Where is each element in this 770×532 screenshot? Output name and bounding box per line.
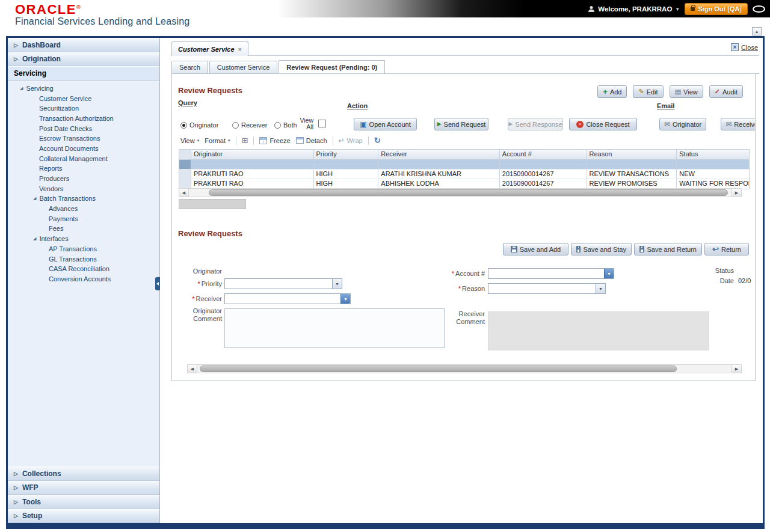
sidebar-section-wfp[interactable]: ▷ WFP xyxy=(8,481,159,495)
table-row[interactable]: PRAKRUTI RAO HIGH ABHISHEK LODHA 2015090… xyxy=(179,179,749,189)
account-select[interactable]: ▼ xyxy=(488,268,614,279)
chevron-down-icon[interactable]: ▼ xyxy=(596,284,605,293)
scrollbar-thumb[interactable] xyxy=(200,365,677,372)
sidebar-section-setup[interactable]: ▷ Setup xyxy=(8,509,159,524)
tree-item-advances[interactable]: Advances xyxy=(8,204,159,214)
tree-item-post-date-checks[interactable]: Post Date Checks xyxy=(8,123,159,133)
reason-select[interactable]: ▼ xyxy=(488,283,606,294)
cell-originator: PRAKRUTI RAO xyxy=(191,170,314,179)
tree-collapse-icon[interactable]: ◢ xyxy=(33,236,36,241)
tree-collapse-icon[interactable]: ◢ xyxy=(33,196,36,201)
save-and-stay-button[interactable]: Save and Stay xyxy=(571,243,632,255)
user-menu[interactable]: Welcome, PRAKRRAO ▼ xyxy=(588,5,680,13)
tree-item-vendors[interactable]: Vendors xyxy=(8,183,159,194)
tree-item-fees[interactable]: Fees xyxy=(8,224,159,234)
sidebar-section-tools[interactable]: ▷ Tools xyxy=(8,495,159,509)
column-header-originator[interactable]: Originator xyxy=(191,150,314,159)
table-horizontal-scrollbar[interactable]: ◀ ▶ xyxy=(179,188,742,197)
email-receiver-button[interactable]: ✉Receiver xyxy=(721,118,756,130)
table-row[interactable] xyxy=(179,160,749,170)
sidebar-section-origination[interactable]: ▷ Origination xyxy=(8,52,159,67)
tree-item-collateral-management[interactable]: Collateral Management xyxy=(8,153,159,164)
open-account-button[interactable]: ▣Open Account xyxy=(354,118,417,130)
email-originator-button[interactable]: ✉Originator xyxy=(659,118,706,130)
sidebar-collapse-handle[interactable] xyxy=(155,277,160,290)
tab-customer-service[interactable]: Customer Service × xyxy=(171,41,248,56)
tree-item-ap-transactions[interactable]: AP Transactions xyxy=(8,244,159,254)
radio-receiver[interactable] xyxy=(232,122,239,129)
radio-originator[interactable] xyxy=(180,122,187,129)
tree-item-escrow-transactions[interactable]: Escrow Transactions xyxy=(8,133,159,144)
close-button[interactable]: × Close xyxy=(731,43,758,51)
audit-button[interactable]: ✓Audit xyxy=(709,85,743,98)
sign-out-button[interactable]: Sign Out [QA] xyxy=(685,3,748,15)
tree-collapse-icon[interactable]: ◢ xyxy=(20,86,23,91)
tree-node-interfaces[interactable]: ◢Interfaces xyxy=(8,234,159,244)
freeze-button[interactable]: Freeze xyxy=(259,137,290,144)
tree-node-servicing[interactable]: ◢Servicing xyxy=(8,84,159,94)
tab-search[interactable]: Search xyxy=(171,61,208,73)
wrap-button[interactable]: ↵Wrap xyxy=(339,136,363,145)
tree-item-payments[interactable]: Payments xyxy=(8,213,159,224)
sidebar-section-servicing[interactable]: Servicing xyxy=(8,66,159,81)
originator-comment-textarea[interactable] xyxy=(224,308,445,348)
close-request-button[interactable]: ×Close Request xyxy=(569,118,637,130)
tree-item-securitization[interactable]: Securitization xyxy=(8,103,159,114)
toolbar-separator xyxy=(333,136,333,145)
scroll-left-icon[interactable]: ◀ xyxy=(188,365,197,373)
form-horizontal-scrollbar[interactable]: ◀ ▶ xyxy=(187,364,742,373)
tree-item-producers[interactable]: Producers xyxy=(8,174,159,184)
scroll-right-icon[interactable]: ▶ xyxy=(732,189,741,197)
scroll-left-icon[interactable]: ◀ xyxy=(179,189,189,197)
row-selector-header xyxy=(179,150,191,159)
radio-both[interactable] xyxy=(274,122,281,129)
refresh-button[interactable]: ↻ xyxy=(374,136,381,145)
chevron-down-icon[interactable]: ▼ xyxy=(340,294,350,304)
chevron-down-icon[interactable]: ▼ xyxy=(332,279,342,289)
edit-button[interactable]: ✎Edit xyxy=(633,85,663,98)
priority-select[interactable]: ▼ xyxy=(224,278,342,289)
cell-receiver xyxy=(378,160,500,169)
receiver-select[interactable]: ▼ xyxy=(224,293,351,304)
review-requests-heading: Review Requests xyxy=(178,86,242,95)
tree-item-casa-reconciliation[interactable]: CASA Reconciliation xyxy=(8,264,159,274)
table-row[interactable]: PRAKRUTI RAO HIGH ARATHI KRISHNA KUMAR 2… xyxy=(179,170,749,179)
scroll-right-icon[interactable]: ▶ xyxy=(732,365,741,373)
scroll-up-button[interactable]: ▲ xyxy=(752,27,762,35)
column-header-reason[interactable]: Reason xyxy=(587,150,677,159)
tree-node-batch-transactions[interactable]: ◢Batch Transactions xyxy=(8,194,159,204)
format-menu[interactable]: Format▾ xyxy=(205,137,230,144)
tab-customer-service-sub[interactable]: Customer Service xyxy=(209,61,277,73)
detach-button[interactable]: Detach xyxy=(296,137,327,144)
add-button[interactable]: +Add xyxy=(597,85,627,98)
view-all-checkbox[interactable] xyxy=(318,120,326,127)
sidebar-section-collections[interactable]: ▷ Collections xyxy=(8,466,159,481)
view-button[interactable]: ▤View xyxy=(670,85,703,98)
tree-item-account-documents[interactable]: Account Documents xyxy=(8,144,159,154)
send-request-button[interactable]: ▶Send Request xyxy=(434,118,488,130)
tab-review-request[interactable]: Review Request (Pending: 0) xyxy=(279,60,385,74)
tab-close-icon[interactable]: × xyxy=(238,46,242,53)
chevron-right-icon: ▷ xyxy=(14,513,18,519)
tree-item-gl-transactions[interactable]: GL Transactions xyxy=(8,254,159,264)
view-menu[interactable]: View▾ xyxy=(180,137,199,144)
column-header-priority[interactable]: Priority xyxy=(314,150,379,159)
chevron-down-icon[interactable]: ▼ xyxy=(604,269,614,278)
export-button[interactable]: ⊞ xyxy=(242,136,248,145)
tree-item-conversion-accounts[interactable]: Conversion Accounts xyxy=(8,274,159,284)
tree-item-transaction-authorization[interactable]: Transaction Authorization xyxy=(8,114,159,124)
tree-item-customer-service[interactable]: Customer Service xyxy=(8,93,159,103)
sidebar-section-dashboard[interactable]: ▷ DashBoard xyxy=(8,38,159,52)
return-button[interactable]: ↩Return xyxy=(704,243,749,255)
send-response-button[interactable]: ▶Send Response xyxy=(508,118,563,130)
column-header-receiver[interactable]: Receiver xyxy=(378,150,500,159)
column-header-account[interactable]: Account # xyxy=(500,150,587,159)
column-header-status[interactable]: Status xyxy=(677,150,749,159)
tree-item-reports[interactable]: Reports xyxy=(8,164,159,174)
row-selector[interactable] xyxy=(179,160,191,169)
row-selector[interactable] xyxy=(179,179,191,189)
save-and-return-button[interactable]: Save and Return xyxy=(634,243,702,255)
scrollbar-thumb[interactable] xyxy=(209,189,728,196)
row-selector[interactable] xyxy=(179,170,191,179)
save-and-add-button[interactable]: Save and Add xyxy=(503,243,568,255)
